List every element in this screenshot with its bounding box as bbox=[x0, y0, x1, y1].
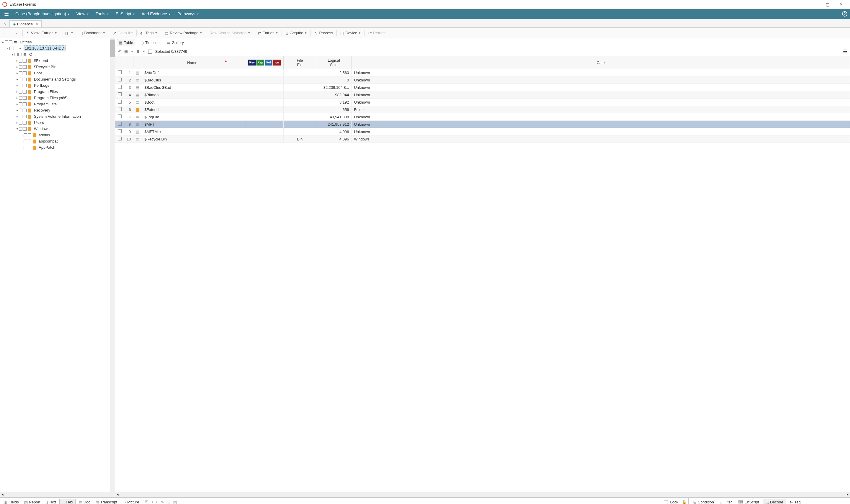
table-row[interactable]: 7▤$LogFile43,941,888Unknown bbox=[115, 113, 850, 121]
hamburger-menu-icon[interactable]: ☰ bbox=[1, 11, 12, 17]
forward-button[interactable]: → bbox=[12, 30, 21, 36]
table-row[interactable]: 10▤$Recycle.BinBin4,096Windows bbox=[115, 136, 850, 143]
tree-scrollbar[interactable] bbox=[110, 38, 115, 497]
bottom-panels: ▥Fields▤Report▯Text⬚Hex▤Doc▤Transcript▭P… bbox=[0, 497, 850, 504]
refresh-button[interactable]: ⟳Refresh bbox=[366, 30, 388, 36]
lock-icon[interactable]: 🔓 bbox=[682, 500, 687, 504]
review-button[interactable]: ▤Review Package▼ bbox=[163, 30, 204, 36]
main-area: ▸≣Entries▾▪192.168.137.11·0-HDD▾⊟C▸▇$Ext… bbox=[0, 38, 850, 497]
table-row[interactable]: 2▤$BadClus0Unknown bbox=[115, 76, 850, 84]
table-row[interactable]: 4▤$Bitmap982,944Unknown bbox=[115, 91, 850, 98]
tree-node[interactable]: ▸▇$Recycle.Bin bbox=[0, 64, 115, 70]
app-logo-icon bbox=[2, 2, 7, 7]
bottom-tab-picture[interactable]: ▭Picture bbox=[121, 499, 141, 504]
home-icon: ⌂ bbox=[3, 22, 6, 26]
bottom-tab-hex[interactable]: ⬚Hex bbox=[59, 499, 75, 504]
lock-checkbox[interactable] bbox=[664, 500, 668, 504]
tree-node[interactable]: ▸▇Documents and Settings bbox=[0, 76, 115, 82]
view-button[interactable]: ↻View: Entries▼ bbox=[24, 30, 59, 36]
device-button[interactable]: ▢Device▼ bbox=[339, 30, 363, 36]
copy-icon[interactable]: ▯ bbox=[168, 500, 170, 504]
tree-scrollbar-h[interactable]: ◂▸ bbox=[0, 492, 115, 497]
split-button[interactable]: ▥▼ bbox=[63, 30, 75, 36]
panel-menu-icon[interactable]: ☰ bbox=[843, 49, 847, 54]
decode-tab-tag[interactable]: 🏷Tag bbox=[787, 499, 803, 504]
table-row[interactable]: 3▤$BadClus·$Bad32,209,104,8...Unknown bbox=[115, 84, 850, 91]
tree-node[interactable]: ▸▇Program Files (x86) bbox=[0, 95, 115, 101]
hex-tabs: ▥Fields▤Report▯Text⬚Hex▤Doc▤Transcript▭P… bbox=[0, 498, 688, 504]
maximize-button[interactable]: ▢ bbox=[821, 0, 834, 9]
table-row[interactable]: 8▤$MFT241,958,912Unknown bbox=[115, 121, 850, 128]
menu-add-evidence[interactable]: Add Evidence▾ bbox=[138, 9, 174, 19]
bookmark-button[interactable]: ▯Bookmark▼ bbox=[79, 30, 107, 36]
toolbar: ← → ↻View: Entries▼ ▥▼ ▯Bookmark▼ ↗Go to… bbox=[0, 28, 850, 38]
tree-node[interactable]: ▸▇PerfLogs bbox=[0, 82, 115, 89]
tags-button[interactable]: 🏷Tags▼ bbox=[139, 30, 159, 36]
menu-tools[interactable]: Tools▾ bbox=[92, 9, 112, 19]
timeline-view-tab[interactable]: ◷Timeline bbox=[139, 39, 161, 46]
decode-tab-decode[interactable]: ⬚Decode bbox=[763, 499, 786, 504]
tree-node[interactable]: ▸▇Users bbox=[0, 120, 115, 126]
table-row[interactable]: 9▤$MFTMirr4,096Unknown bbox=[115, 128, 850, 136]
tree-node[interactable]: ▸▇Program Files bbox=[0, 89, 115, 95]
tree-node[interactable]: ▇appcompat bbox=[0, 138, 115, 144]
rawsearch-button[interactable]: Raw Search Selected▼ bbox=[208, 30, 252, 36]
tree-node[interactable]: ▸▇$Extend bbox=[0, 57, 115, 64]
sort-icon[interactable]: ⇅ bbox=[137, 49, 140, 54]
bottom-tab-doc[interactable]: ▤Doc bbox=[77, 499, 92, 504]
tabbar: ⌂ ◈ Evidence ✕ bbox=[0, 19, 850, 28]
bottom-tab-text[interactable]: ▯Text bbox=[44, 499, 58, 504]
select-all-checkbox[interactable] bbox=[148, 50, 152, 54]
tree-node[interactable]: ▸▇Recovery bbox=[0, 107, 115, 113]
acquire-icon: ⤓ bbox=[285, 31, 289, 35]
table-row[interactable]: 1▤$AttrDef2,560Unknown bbox=[115, 69, 850, 76]
evidence-tab[interactable]: ◈ Evidence ✕ bbox=[10, 20, 42, 28]
decode-tab-condition[interactable]: ⊞Condition bbox=[691, 499, 716, 504]
help-button[interactable]: ? bbox=[840, 11, 849, 17]
tree-node[interactable]: ▸≣Entries bbox=[0, 39, 115, 45]
grid-icon[interactable]: ▦ bbox=[124, 49, 128, 54]
arrow-right-icon: → bbox=[14, 31, 18, 35]
tree-node[interactable]: ▾▪192.168.137.11·0-HDD bbox=[0, 45, 115, 51]
acquire-button[interactable]: ⤓Acquire▼ bbox=[284, 30, 309, 36]
table-view-tab[interactable]: ▦Table bbox=[117, 39, 135, 46]
tree-node[interactable]: ▾▇Windows bbox=[0, 126, 115, 132]
tree-node[interactable]: ▸▇ProgramData bbox=[0, 101, 115, 107]
process-button[interactable]: ∿Process bbox=[312, 30, 335, 36]
goto-icon: ↗ bbox=[113, 31, 116, 35]
layout-icon: ▥ bbox=[65, 31, 69, 35]
menubar: ☰ Case (Beagle Investigation)▾View▾Tools… bbox=[0, 9, 850, 19]
tree-node[interactable]: ▇AppPatch bbox=[0, 144, 115, 150]
table-row[interactable]: 5▤$Boot8,192Unknown bbox=[115, 98, 850, 106]
share-icon[interactable]: ⇱ bbox=[145, 500, 148, 504]
bottom-tab-fields[interactable]: ▥Fields bbox=[2, 499, 21, 504]
gotofile-button[interactable]: ↗Go to file bbox=[111, 30, 134, 36]
menu-pathways[interactable]: Pathways▾ bbox=[174, 9, 202, 19]
edit-icon[interactable]: ✎ bbox=[161, 500, 164, 504]
link-icon[interactable]: ⟷ bbox=[152, 500, 157, 504]
bottom-tab-report[interactable]: ▤Report bbox=[22, 499, 42, 504]
tree-node[interactable]: ▾⊟C bbox=[0, 51, 115, 57]
hex-panel: ▥Fields▤Report▯Text⬚Hex▤Doc▤Transcript▭P… bbox=[0, 498, 689, 504]
decode-tab-filter[interactable]: ⌕Filter bbox=[718, 499, 734, 504]
menu-view[interactable]: View▾ bbox=[73, 9, 92, 19]
tree-node[interactable]: ▸▇Boot bbox=[0, 70, 115, 76]
entries-button[interactable]: ⇄Entries▼ bbox=[256, 30, 280, 36]
bottom-tab-transcript[interactable]: ▤Transcript bbox=[94, 499, 119, 504]
home-tab[interactable]: ⌂ bbox=[1, 21, 8, 28]
menu-enscript[interactable]: EnScript▾ bbox=[112, 9, 138, 19]
decode-tab-enscript[interactable]: ⌨EnScript bbox=[736, 499, 761, 504]
close-button[interactable]: ✕ bbox=[834, 0, 848, 9]
close-tab-icon[interactable]: ✕ bbox=[35, 22, 38, 26]
minimize-button[interactable]: — bbox=[808, 0, 821, 9]
doc-icon[interactable]: ▤ bbox=[173, 500, 177, 504]
gallery-view-tab[interactable]: ▭Gallery bbox=[165, 39, 186, 46]
table-wrap: Name▲ RevRepFolIgn File Ext Logical Size… bbox=[115, 56, 850, 492]
tree-node[interactable]: ▸▇System Volume Information bbox=[0, 113, 115, 120]
back-button[interactable]: ← bbox=[2, 30, 11, 36]
tree-node[interactable]: ▇addins bbox=[0, 132, 115, 138]
table-scrollbar-h[interactable]: ◂▸ bbox=[115, 492, 850, 497]
menu-case-beagle-investigation-[interactable]: Case (Beagle Investigation)▾ bbox=[12, 9, 73, 19]
table-row[interactable]: 6▇$Extend656Folder bbox=[115, 106, 850, 113]
undo-icon[interactable]: ↶ bbox=[118, 49, 121, 54]
